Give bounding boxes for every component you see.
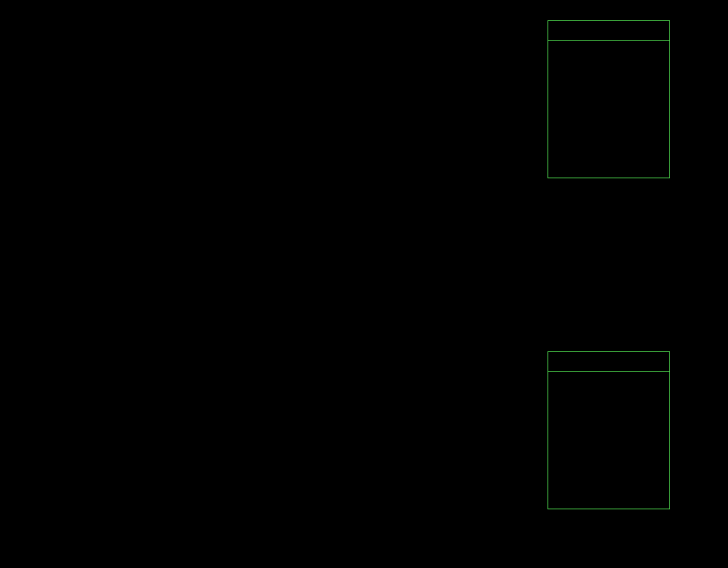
aip-table-rows: [548, 372, 669, 378]
autoscala-window: [0, 0, 728, 568]
autoscala-table-title: [548, 21, 669, 41]
aip-table-title: [548, 352, 669, 372]
autoscala-output-table: [548, 20, 670, 178]
aip-output-table: [548, 351, 670, 509]
